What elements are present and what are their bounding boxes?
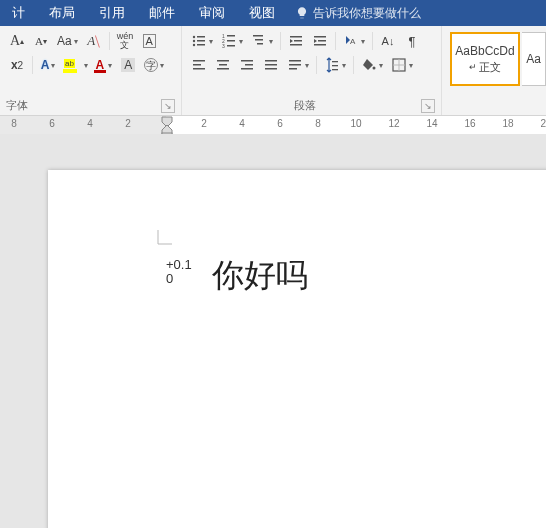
svg-rect-31 — [265, 60, 277, 62]
page[interactable]: +0.1 0 你好吗 — [48, 170, 546, 528]
svg-rect-39 — [332, 69, 338, 70]
tell-me-label: 告诉我你想要做什么 — [313, 5, 421, 22]
font-color-button[interactable]: A — [93, 54, 116, 76]
svg-rect-1 — [197, 36, 205, 38]
enclose-char-button[interactable]: 字 — [141, 54, 167, 76]
svg-rect-28 — [241, 60, 253, 62]
svg-rect-17 — [290, 44, 302, 46]
show-marks-button[interactable]: ¶ — [401, 30, 423, 52]
char-border-button[interactable]: A — [138, 30, 160, 52]
font-dialog-launcher[interactable]: ↘ — [161, 99, 175, 113]
spacing-annotation: +0.1 0 — [166, 258, 204, 286]
tab-review[interactable]: 审阅 — [187, 0, 237, 26]
sort-button[interactable]: A↓ — [377, 30, 399, 52]
tell-me[interactable]: 告诉我你想要做什么 — [295, 5, 421, 22]
svg-point-0 — [193, 36, 195, 38]
font-group: A▴ A▾ Aa A⧹ wén文 A x2 A ab A A 字 字体 ↘ — [0, 26, 182, 115]
svg-rect-12 — [253, 35, 263, 37]
svg-rect-23 — [193, 64, 201, 66]
svg-rect-20 — [314, 44, 326, 46]
font-group-label: 字体 — [6, 98, 28, 113]
svg-rect-30 — [241, 68, 253, 70]
svg-rect-16 — [294, 40, 302, 42]
char-shading-button[interactable]: A — [117, 54, 139, 76]
numbering-button[interactable]: 123 — [218, 30, 246, 52]
svg-rect-34 — [289, 60, 301, 62]
superscript-button[interactable]: x2 — [6, 54, 28, 76]
svg-point-2 — [193, 40, 195, 42]
highlight-button[interactable]: ab — [61, 54, 91, 76]
style-next[interactable]: Aa — [522, 32, 546, 86]
svg-rect-13 — [255, 39, 263, 41]
svg-text:3: 3 — [222, 43, 225, 49]
horizontal-ruler[interactable]: 86422468101214161820222426 — [0, 116, 546, 134]
pinyin-guide-button[interactable]: wén文 — [114, 30, 137, 52]
shading-button[interactable] — [358, 54, 386, 76]
svg-rect-24 — [193, 68, 205, 70]
svg-rect-35 — [289, 64, 301, 66]
ribbon-tabs: 计 布局 引用 邮件 审阅 视图 告诉我你想要做什么 — [0, 0, 546, 26]
style-normal[interactable]: AaBbCcDd ↵正文 — [450, 32, 520, 86]
ribbon: A▴ A▾ Aa A⧹ wén文 A x2 A ab A A 字 字体 ↘ — [0, 26, 546, 116]
svg-rect-22 — [193, 60, 205, 62]
tab-layout[interactable]: 布局 — [37, 0, 87, 26]
svg-rect-25 — [217, 60, 229, 62]
document-canvas[interactable]: +0.1 0 你好吗 — [0, 134, 546, 528]
paragraph-group-label: 段落 — [294, 98, 316, 113]
bullets-button[interactable] — [188, 30, 216, 52]
text-direction-button[interactable]: A — [340, 30, 368, 52]
svg-rect-14 — [257, 43, 263, 45]
shrink-font-button[interactable]: A▾ — [30, 30, 52, 52]
tab-view[interactable]: 视图 — [237, 0, 287, 26]
svg-rect-29 — [245, 64, 253, 66]
svg-rect-27 — [217, 68, 229, 70]
decrease-indent-button[interactable] — [285, 30, 307, 52]
align-right-button[interactable] — [236, 54, 258, 76]
svg-rect-11 — [227, 45, 235, 47]
line-spacing-button[interactable] — [321, 54, 349, 76]
svg-text:A: A — [350, 37, 356, 46]
distribute-button[interactable] — [284, 54, 312, 76]
svg-rect-33 — [265, 68, 277, 70]
justify-button[interactable] — [260, 54, 282, 76]
tab-references[interactable]: 引用 — [87, 0, 137, 26]
svg-point-4 — [193, 44, 195, 46]
multilevel-list-button[interactable] — [248, 30, 276, 52]
svg-rect-32 — [265, 64, 277, 66]
document-text[interactable]: 你好吗 — [212, 258, 308, 292]
svg-rect-36 — [289, 68, 297, 70]
align-left-button[interactable] — [188, 54, 210, 76]
increase-indent-button[interactable] — [309, 30, 331, 52]
change-case-button[interactable]: Aa — [54, 30, 81, 52]
svg-rect-15 — [290, 36, 302, 38]
align-center-button[interactable] — [212, 54, 234, 76]
clear-format-button[interactable]: A⧹ — [83, 30, 105, 52]
lightbulb-icon — [295, 6, 309, 20]
paragraph-group: 123 A A↓ ¶ — [182, 26, 442, 115]
svg-rect-3 — [197, 40, 205, 42]
svg-rect-37 — [332, 61, 338, 62]
borders-button[interactable] — [388, 54, 416, 76]
tab-mailings[interactable]: 邮件 — [137, 0, 187, 26]
styles-group: AaBbCcDd ↵正文 Aa — [442, 26, 546, 115]
document-body[interactable]: +0.1 0 你好吗 — [166, 258, 308, 292]
grow-font-button[interactable]: A▴ — [6, 30, 28, 52]
corner-mark-icon — [156, 228, 176, 248]
text-effects-button[interactable]: A — [37, 54, 59, 76]
svg-point-40 — [373, 67, 376, 70]
paragraph-dialog-launcher[interactable]: ↘ — [421, 99, 435, 113]
svg-rect-5 — [197, 44, 205, 46]
svg-rect-19 — [318, 40, 326, 42]
svg-rect-38 — [332, 65, 338, 66]
tab-design[interactable]: 计 — [0, 0, 37, 26]
svg-rect-9 — [227, 40, 235, 42]
svg-rect-26 — [219, 64, 227, 66]
svg-rect-7 — [227, 35, 235, 37]
svg-rect-18 — [314, 36, 326, 38]
